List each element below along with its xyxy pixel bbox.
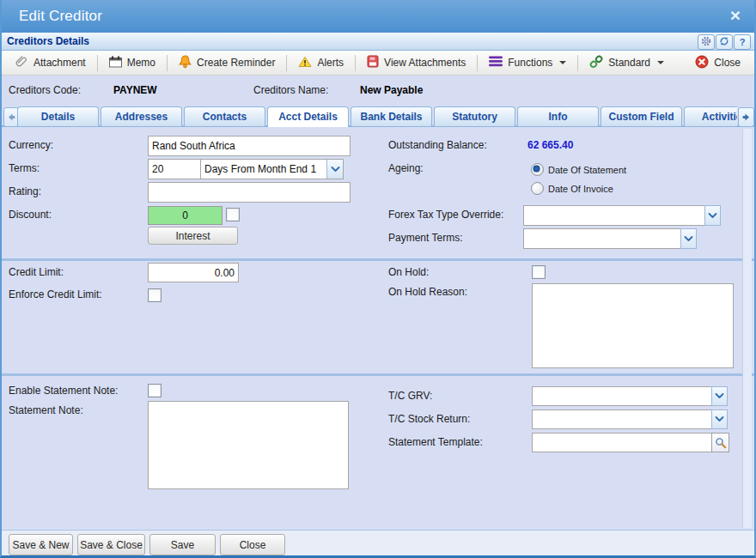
tab-activities[interactable]: Activities: [684, 106, 737, 126]
toolbar: Attachment Memo Create Reminder Alerts V…: [2, 51, 754, 76]
toolbar-separator: [286, 55, 287, 71]
creditors-name-label: Creditors Name:: [253, 84, 328, 96]
statement-note-textarea[interactable]: [148, 401, 349, 489]
chevron-down-icon[interactable]: [326, 160, 343, 179]
toolbar-separator: [167, 55, 168, 71]
terms-type-value: Days From Month End 1: [201, 163, 326, 175]
statement-template-label: Statement Template:: [388, 436, 483, 448]
standard-button[interactable]: Standard: [582, 52, 671, 74]
functions-label: Functions: [508, 57, 552, 69]
refresh-button[interactable]: [716, 34, 733, 50]
scrollbar-track[interactable]: [742, 129, 752, 528]
payment-terms-label: Payment Terms:: [388, 232, 462, 244]
creditors-name-value: New Payable: [360, 84, 423, 96]
tab-addresses[interactable]: Addresses: [101, 106, 182, 126]
toolbar-separator: [355, 55, 356, 71]
outstanding-balance-label: Outstanding Balance:: [388, 139, 487, 151]
ageing-date-of-invoice-radio[interactable]: [531, 182, 544, 195]
search-icon: [715, 437, 727, 449]
forex-tax-input[interactable]: [523, 205, 711, 226]
memo-button[interactable]: Memo: [102, 53, 162, 73]
toolbar-close-button[interactable]: Close: [688, 52, 747, 74]
chevron-down-icon: [684, 236, 693, 242]
chevron-down-icon: [708, 213, 717, 219]
tab-custom-field[interactable]: Custom Field: [601, 106, 682, 126]
view-attachments-button[interactable]: View Attachments: [360, 52, 472, 73]
record-bar: Creditors Code: PAYNEW Creditors Name: N…: [2, 76, 754, 105]
attachment-doc-icon: [367, 55, 379, 70]
ageing-date-of-invoice-label: Date Of Invoice: [548, 184, 613, 194]
attachment-button[interactable]: Attachment: [9, 52, 93, 73]
discount-checkbox[interactable]: [226, 208, 240, 221]
creditors-code-label: Creditors Code:: [9, 84, 81, 96]
outstanding-balance-value: 62 665.40: [527, 139, 573, 151]
help-icon: ?: [740, 37, 746, 47]
gear-icon: [701, 34, 711, 50]
tab-contacts[interactable]: Contacts: [184, 106, 265, 126]
tab-statutory[interactable]: Statutory: [434, 106, 515, 126]
rating-label: Rating:: [9, 185, 41, 197]
tc-grv-dropdown-button[interactable]: [711, 386, 728, 406]
enforce-credit-limit-label: Enforce Credit Limit:: [9, 288, 102, 300]
tab-acct-details[interactable]: Acct Details: [267, 106, 349, 128]
interest-button[interactable]: Interest: [148, 227, 238, 245]
discount-value-box[interactable]: 0: [148, 206, 223, 225]
arrow-right-icon: [742, 113, 751, 121]
title-bar: Edit Creditor ×: [0, 0, 756, 33]
on-hold-reason-textarea[interactable]: [532, 283, 734, 368]
toolbar-separator: [577, 55, 578, 71]
rating-input[interactable]: [148, 182, 351, 203]
on-hold-label: On Hold:: [388, 266, 429, 278]
tab-bank-details[interactable]: Bank Details: [351, 106, 432, 126]
alerts-label: Alerts: [317, 57, 344, 69]
statement-note-label: Statement Note:: [9, 404, 83, 416]
on-hold-checkbox[interactable]: [532, 265, 546, 279]
payment-terms-dropdown-button[interactable]: [680, 228, 697, 249]
save-and-close-button[interactable]: Save & Close: [77, 534, 145, 555]
close-button[interactable]: Close: [220, 534, 285, 555]
tc-stock-return-input[interactable]: [532, 409, 718, 429]
tc-stock-return-dropdown-button[interactable]: [711, 409, 728, 429]
save-and-new-button[interactable]: Save & New: [9, 534, 73, 555]
close-icon[interactable]: ×: [730, 5, 741, 26]
forex-tax-dropdown-button[interactable]: [704, 205, 721, 226]
chevron-down-icon: [559, 61, 566, 64]
save-button[interactable]: Save: [149, 534, 216, 555]
tab-info[interactable]: Info: [517, 106, 599, 126]
enable-statement-note-label: Enable Statement Note:: [9, 385, 118, 397]
panel-header: Creditors Details ?: [2, 33, 754, 51]
enforce-credit-limit-checkbox[interactable]: [148, 288, 162, 302]
currency-input[interactable]: [148, 136, 351, 156]
enable-statement-note-checkbox[interactable]: [148, 384, 162, 397]
tc-grv-input[interactable]: [532, 386, 718, 406]
currency-label: Currency:: [9, 139, 53, 151]
discount-label: Discount:: [9, 209, 52, 221]
close-circle-icon: [695, 55, 709, 71]
credit-limit-input[interactable]: [148, 263, 239, 282]
view-attachments-label: View Attachments: [384, 57, 466, 69]
help-button[interactable]: ?: [734, 34, 751, 50]
bell-icon: [179, 55, 192, 71]
tab-details[interactable]: Details: [17, 106, 99, 126]
terms-label: Terms:: [9, 162, 40, 174]
settings-button[interactable]: [698, 34, 715, 50]
on-hold-reason-label: On Hold Reason:: [388, 286, 467, 298]
panel-title: Creditors Details: [7, 35, 89, 47]
ageing-date-of-statement-radio[interactable]: [531, 163, 544, 176]
refresh-icon: [719, 34, 729, 50]
payment-terms-input[interactable]: [523, 228, 687, 249]
tab-scroll-right-button[interactable]: [738, 107, 754, 127]
tab-strip: DetailsAddressesContactsAcct DetailsBank…: [2, 105, 754, 127]
terms-days-input[interactable]: [148, 159, 204, 179]
alerts-button[interactable]: Alerts: [291, 53, 351, 73]
terms-type-select[interactable]: Days From Month End 1: [200, 159, 344, 179]
functions-button[interactable]: Functions: [482, 53, 573, 72]
paperclip-icon: [15, 55, 28, 70]
create-reminder-button[interactable]: Create Reminder: [172, 52, 282, 74]
link-icon: [589, 55, 603, 71]
statement-template-input[interactable]: [532, 433, 718, 452]
chevron-down-icon: [715, 393, 724, 399]
attachment-label: Attachment: [34, 57, 86, 69]
create-reminder-label: Create Reminder: [197, 57, 275, 69]
statement-template-search-button[interactable]: [711, 433, 729, 452]
